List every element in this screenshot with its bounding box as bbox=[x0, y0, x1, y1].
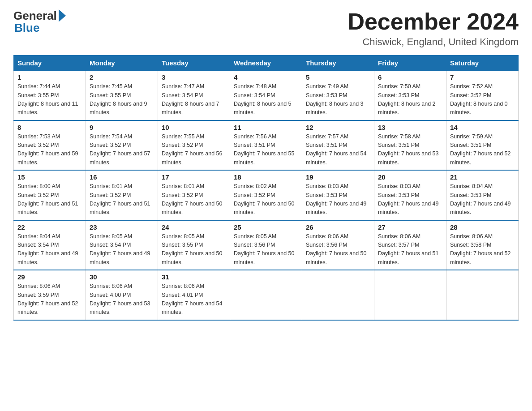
calendar-day-cell: 17 Sunrise: 8:01 AMSunset: 3:52 PMDaylig… bbox=[158, 170, 230, 220]
day-info: Sunrise: 8:02 AMSunset: 3:52 PMDaylight:… bbox=[234, 183, 295, 215]
calendar-day-cell bbox=[446, 270, 519, 320]
day-of-week-header: Tuesday bbox=[158, 56, 230, 71]
calendar-day-cell: 13 Sunrise: 7:58 AMSunset: 3:51 PMDaylig… bbox=[374, 120, 446, 171]
day-info: Sunrise: 8:06 AMSunset: 4:01 PMDaylight:… bbox=[162, 283, 223, 315]
day-info: Sunrise: 7:54 AMSunset: 3:52 PMDaylight:… bbox=[90, 133, 150, 166]
calendar-day-cell: 4 Sunrise: 7:48 AMSunset: 3:54 PMDayligh… bbox=[230, 71, 302, 120]
day-info: Sunrise: 7:47 AMSunset: 3:54 PMDaylight:… bbox=[162, 83, 219, 116]
day-info: Sunrise: 7:50 AMSunset: 3:53 PMDaylight:… bbox=[378, 83, 436, 116]
calendar-day-cell: 24 Sunrise: 8:05 AMSunset: 3:55 PMDaylig… bbox=[158, 220, 230, 270]
day-number: 19 bbox=[306, 173, 370, 181]
calendar-day-cell: 3 Sunrise: 7:47 AMSunset: 3:54 PMDayligh… bbox=[158, 71, 230, 120]
day-info: Sunrise: 7:53 AMSunset: 3:52 PMDaylight:… bbox=[17, 133, 78, 166]
day-info: Sunrise: 7:45 AMSunset: 3:55 PMDaylight:… bbox=[90, 83, 147, 116]
day-number: 22 bbox=[17, 223, 82, 231]
logo-arrow-icon bbox=[59, 9, 66, 22]
calendar-day-cell: 26 Sunrise: 8:06 AMSunset: 3:56 PMDaylig… bbox=[302, 220, 374, 270]
calendar-day-cell: 15 Sunrise: 8:00 AMSunset: 3:52 PMDaylig… bbox=[14, 170, 86, 220]
day-number: 29 bbox=[17, 273, 82, 281]
day-number: 25 bbox=[234, 223, 298, 231]
day-number: 13 bbox=[378, 124, 442, 131]
day-number: 24 bbox=[162, 223, 226, 231]
day-of-week-header: Monday bbox=[86, 56, 158, 71]
calendar-day-cell: 29 Sunrise: 8:06 AMSunset: 3:59 PMDaylig… bbox=[14, 270, 86, 320]
logo-blue-text: Blue bbox=[13, 21, 39, 35]
calendar-day-cell: 23 Sunrise: 8:05 AMSunset: 3:54 PMDaylig… bbox=[86, 220, 158, 270]
calendar-day-cell: 9 Sunrise: 7:54 AMSunset: 3:52 PMDayligh… bbox=[86, 120, 158, 171]
logo: General Blue bbox=[13, 9, 66, 35]
day-info: Sunrise: 8:05 AMSunset: 3:54 PMDaylight:… bbox=[90, 233, 150, 265]
day-number: 9 bbox=[90, 124, 154, 131]
day-number: 27 bbox=[378, 223, 442, 231]
calendar-day-cell: 11 Sunrise: 7:56 AMSunset: 3:51 PMDaylig… bbox=[230, 120, 302, 171]
calendar-header-row: SundayMondayTuesdayWednesdayThursdayFrid… bbox=[14, 56, 519, 71]
title-block: December 2024 Chiswick, England, United … bbox=[348, 9, 519, 48]
calendar-day-cell: 14 Sunrise: 7:59 AMSunset: 3:51 PMDaylig… bbox=[446, 120, 519, 171]
calendar-day-cell: 5 Sunrise: 7:49 AMSunset: 3:53 PMDayligh… bbox=[302, 71, 374, 120]
day-info: Sunrise: 8:06 AMSunset: 3:56 PMDaylight:… bbox=[306, 233, 367, 265]
calendar-day-cell: 28 Sunrise: 8:06 AMSunset: 3:58 PMDaylig… bbox=[446, 220, 519, 270]
calendar-week-row: 1 Sunrise: 7:44 AMSunset: 3:55 PMDayligh… bbox=[14, 71, 519, 120]
day-info: Sunrise: 8:04 AMSunset: 3:53 PMDaylight:… bbox=[450, 183, 511, 215]
day-info: Sunrise: 8:06 AMSunset: 3:57 PMDaylight:… bbox=[378, 233, 439, 265]
day-info: Sunrise: 7:55 AMSunset: 3:52 PMDaylight:… bbox=[162, 133, 223, 166]
day-info: Sunrise: 8:00 AMSunset: 3:52 PMDaylight:… bbox=[17, 183, 78, 215]
calendar-day-cell: 2 Sunrise: 7:45 AMSunset: 3:55 PMDayligh… bbox=[86, 71, 158, 120]
day-number: 20 bbox=[378, 173, 442, 181]
calendar-day-cell: 20 Sunrise: 8:03 AMSunset: 3:53 PMDaylig… bbox=[374, 170, 446, 220]
calendar-day-cell: 8 Sunrise: 7:53 AMSunset: 3:52 PMDayligh… bbox=[14, 120, 86, 171]
day-info: Sunrise: 8:06 AMSunset: 3:58 PMDaylight:… bbox=[450, 233, 511, 265]
day-info: Sunrise: 7:52 AMSunset: 3:52 PMDaylight:… bbox=[450, 83, 508, 116]
day-info: Sunrise: 7:44 AMSunset: 3:55 PMDaylight:… bbox=[17, 83, 78, 116]
calendar-day-cell: 12 Sunrise: 7:57 AMSunset: 3:51 PMDaylig… bbox=[302, 120, 374, 171]
day-info: Sunrise: 8:06 AMSunset: 4:00 PMDaylight:… bbox=[90, 283, 150, 315]
day-number: 3 bbox=[162, 73, 226, 81]
day-of-week-header: Saturday bbox=[446, 56, 519, 71]
calendar-day-cell bbox=[302, 270, 374, 320]
day-number: 10 bbox=[162, 124, 226, 131]
day-number: 16 bbox=[90, 173, 154, 181]
calendar-day-cell: 1 Sunrise: 7:44 AMSunset: 3:55 PMDayligh… bbox=[14, 71, 86, 120]
day-info: Sunrise: 8:06 AMSunset: 3:59 PMDaylight:… bbox=[17, 283, 78, 315]
day-number: 14 bbox=[450, 124, 515, 131]
day-number: 15 bbox=[17, 173, 82, 181]
day-number: 17 bbox=[162, 173, 226, 181]
day-info: Sunrise: 8:01 AMSunset: 3:52 PMDaylight:… bbox=[90, 183, 150, 215]
day-number: 21 bbox=[450, 173, 515, 181]
day-number: 12 bbox=[306, 124, 370, 131]
calendar-table: SundayMondayTuesdayWednesdayThursdayFrid… bbox=[13, 55, 519, 321]
day-number: 5 bbox=[306, 73, 370, 81]
calendar-day-cell: 19 Sunrise: 8:03 AMSunset: 3:53 PMDaylig… bbox=[302, 170, 374, 220]
calendar-day-cell: 18 Sunrise: 8:02 AMSunset: 3:52 PMDaylig… bbox=[230, 170, 302, 220]
calendar-week-row: 8 Sunrise: 7:53 AMSunset: 3:52 PMDayligh… bbox=[14, 120, 519, 171]
day-info: Sunrise: 8:03 AMSunset: 3:53 PMDaylight:… bbox=[306, 183, 367, 215]
day-of-week-header: Thursday bbox=[302, 56, 374, 71]
calendar-day-cell: 31 Sunrise: 8:06 AMSunset: 4:01 PMDaylig… bbox=[158, 270, 230, 320]
day-number: 7 bbox=[450, 73, 515, 81]
day-info: Sunrise: 7:58 AMSunset: 3:51 PMDaylight:… bbox=[378, 133, 439, 166]
calendar-week-row: 29 Sunrise: 8:06 AMSunset: 3:59 PMDaylig… bbox=[14, 270, 519, 320]
day-info: Sunrise: 7:48 AMSunset: 3:54 PMDaylight:… bbox=[234, 83, 292, 116]
day-info: Sunrise: 7:56 AMSunset: 3:51 PMDaylight:… bbox=[234, 133, 295, 166]
day-info: Sunrise: 8:05 AMSunset: 3:55 PMDaylight:… bbox=[162, 233, 223, 265]
calendar-week-row: 22 Sunrise: 8:04 AMSunset: 3:54 PMDaylig… bbox=[14, 220, 519, 270]
day-number: 31 bbox=[162, 273, 226, 281]
calendar-day-cell: 7 Sunrise: 7:52 AMSunset: 3:52 PMDayligh… bbox=[446, 71, 519, 120]
day-number: 11 bbox=[234, 124, 298, 131]
day-number: 2 bbox=[90, 73, 154, 81]
day-number: 30 bbox=[90, 273, 154, 281]
day-info: Sunrise: 7:59 AMSunset: 3:51 PMDaylight:… bbox=[450, 133, 511, 166]
calendar-day-cell: 27 Sunrise: 8:06 AMSunset: 3:57 PMDaylig… bbox=[374, 220, 446, 270]
day-info: Sunrise: 7:49 AMSunset: 3:53 PMDaylight:… bbox=[306, 83, 364, 116]
calendar-day-cell: 30 Sunrise: 8:06 AMSunset: 4:00 PMDaylig… bbox=[86, 270, 158, 320]
day-number: 18 bbox=[234, 173, 298, 181]
day-number: 28 bbox=[450, 223, 515, 231]
day-number: 26 bbox=[306, 223, 370, 231]
calendar-day-cell: 10 Sunrise: 7:55 AMSunset: 3:52 PMDaylig… bbox=[158, 120, 230, 171]
calendar-day-cell: 16 Sunrise: 8:01 AMSunset: 3:52 PMDaylig… bbox=[86, 170, 158, 220]
day-of-week-header: Sunday bbox=[14, 56, 86, 71]
page-header: General Blue December 2024 Chiswick, Eng… bbox=[13, 9, 519, 48]
day-number: 4 bbox=[234, 73, 298, 81]
day-number: 23 bbox=[90, 223, 154, 231]
calendar-day-cell: 25 Sunrise: 8:05 AMSunset: 3:56 PMDaylig… bbox=[230, 220, 302, 270]
